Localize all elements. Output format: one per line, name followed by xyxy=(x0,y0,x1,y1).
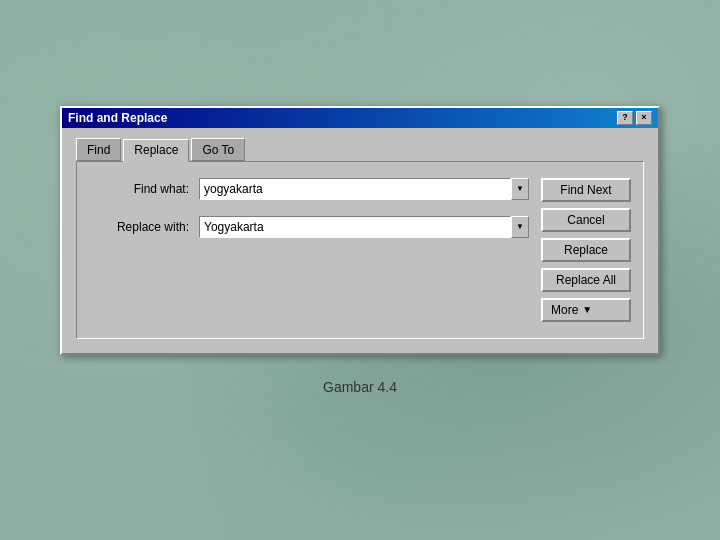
dialog-wrapper: Find and Replace ? × Find Replace Go To xyxy=(60,106,660,395)
more-arrow-icon: ▼ xyxy=(582,304,592,315)
main-panel: Find what: ▼ Replace with: ▼ xyxy=(76,161,644,339)
buttons-column: Find Next Cancel Replace Replace All Mor… xyxy=(541,178,631,322)
caption-text: Gambar 4.4 xyxy=(60,379,660,395)
dialog-content: Find Replace Go To xyxy=(62,128,658,353)
close-button[interactable]: × xyxy=(636,111,652,125)
form-rows-wrapper: Find what: ▼ Replace with: ▼ xyxy=(89,178,631,322)
help-button[interactable]: ? xyxy=(617,111,633,125)
form-rows: Find what: ▼ Replace with: ▼ xyxy=(89,178,529,254)
title-bar: Find and Replace ? × xyxy=(62,108,658,128)
replace-with-input[interactable] xyxy=(199,216,511,238)
more-button[interactable]: More ▼ xyxy=(541,298,631,322)
find-replace-dialog: Find and Replace ? × Find Replace Go To xyxy=(60,106,660,355)
find-next-button[interactable]: Find Next xyxy=(541,178,631,202)
replace-with-label: Replace with: xyxy=(89,220,199,234)
dialog-title: Find and Replace xyxy=(68,111,167,125)
replace-button[interactable]: Replace xyxy=(541,238,631,262)
replace-dropdown-arrow[interactable]: ▼ xyxy=(511,216,529,238)
title-bar-controls: ? × xyxy=(617,111,652,125)
find-dropdown-arrow[interactable]: ▼ xyxy=(511,178,529,200)
tab-replace[interactable]: Replace xyxy=(123,139,189,162)
replace-all-button[interactable]: Replace All xyxy=(541,268,631,292)
tab-goto[interactable]: Go To xyxy=(191,138,245,161)
find-what-label: Find what: xyxy=(89,182,199,196)
tabs-row: Find Replace Go To xyxy=(76,138,644,161)
replace-with-row: Replace with: ▼ xyxy=(89,216,529,238)
find-what-input[interactable] xyxy=(199,178,511,200)
find-what-row: Find what: ▼ xyxy=(89,178,529,200)
find-input-group: ▼ xyxy=(199,178,529,200)
tab-find[interactable]: Find xyxy=(76,138,121,161)
replace-input-group: ▼ xyxy=(199,216,529,238)
cancel-button[interactable]: Cancel xyxy=(541,208,631,232)
